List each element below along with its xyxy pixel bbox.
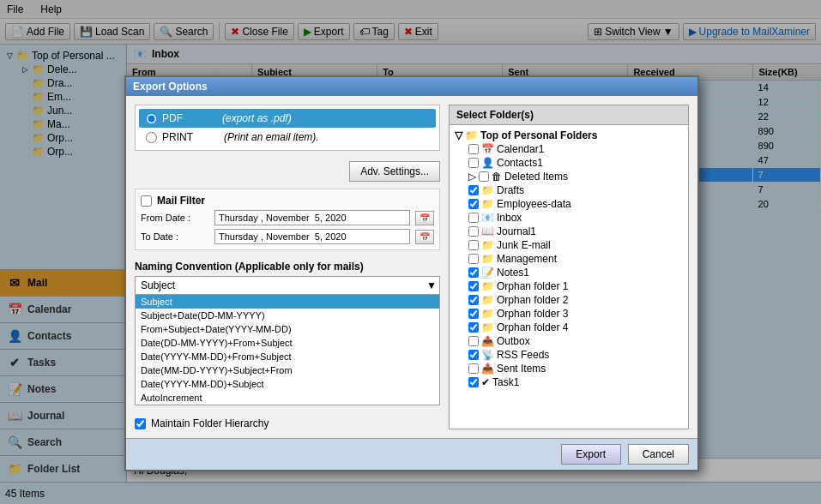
deleted-expand-icon[interactable]: ▷ xyxy=(468,171,476,183)
pdf-label: PDF xyxy=(162,112,183,124)
root-label: Top of Personal Folders xyxy=(480,129,597,141)
folder-tree-item-junk[interactable]: 📁 Junk E-mail xyxy=(467,238,685,252)
folder-tree-children: 📅 Calendar1 👤 Contacts1 ▷ 🗑 Del xyxy=(453,142,685,389)
orphan4-checkbox[interactable] xyxy=(468,322,479,333)
from-date-label: From Date : xyxy=(141,213,209,223)
orphan3-checkbox[interactable] xyxy=(468,309,479,319)
folder-tree-item-employees[interactable]: 📁 Employees-data xyxy=(467,197,685,211)
pdf-option[interactable]: PDF (export as .pdf) xyxy=(139,109,436,128)
junk-checkbox[interactable] xyxy=(468,240,479,250)
modal-footer: Export Cancel xyxy=(126,438,697,470)
mail-filter-checkbox[interactable] xyxy=(141,195,152,207)
naming-list-item-2[interactable]: Date(DD-MM-YYYY)+From+Subject xyxy=(136,336,439,350)
orphan1-label: Orphan folder 1 xyxy=(497,280,568,292)
orphan2-checkbox[interactable] xyxy=(468,295,479,305)
folder-tree-item-management[interactable]: 📁 Management xyxy=(467,252,685,266)
folder-tree-item-task1[interactable]: ✔ Task1 xyxy=(467,375,685,389)
export-type-section: PDF (export as .pdf) PRINT (Print an ema… xyxy=(135,105,440,151)
naming-list-item-1[interactable]: From+Subject+Date(YYYY-MM-DD) xyxy=(136,322,439,336)
outbox-label: Outbox xyxy=(497,335,530,347)
calendar1-label: Calendar1 xyxy=(497,143,544,155)
sent-label: Sent Items xyxy=(497,363,546,375)
rss-icon: 📡 xyxy=(481,349,494,361)
employees-checkbox[interactable] xyxy=(468,199,479,209)
folder-tree-item-inbox[interactable]: 📧 Inbox xyxy=(467,211,685,225)
naming-dropdown-list: Subject Subject+Date(DD-MM-YYYY) From+Su… xyxy=(135,295,440,405)
folder-tree-item-outbox[interactable]: 📤 Outbox xyxy=(467,334,685,348)
modal-body: PDF (export as .pdf) PRINT (Print an ema… xyxy=(126,96,697,438)
naming-list-item-5[interactable]: Date(YYYY-MM-DD)+Subject xyxy=(136,377,439,391)
root-folder-icon: 📁 xyxy=(465,129,478,141)
folder-tree-item-sent[interactable]: 📤 Sent Items xyxy=(467,362,685,375)
sent-checkbox[interactable] xyxy=(468,363,479,374)
maintain-hierarchy-row: Maintain Folder Hierarchy xyxy=(135,417,440,429)
task1-checkbox[interactable] xyxy=(468,377,479,387)
outbox-checkbox[interactable] xyxy=(468,336,479,346)
drafts-checkbox[interactable] xyxy=(468,185,479,195)
folder-tree-item-orphan1[interactable]: 📁 Orphan folder 1 xyxy=(467,279,685,293)
adv-settings-button[interactable]: Adv. Settings... xyxy=(349,161,440,182)
folder-tree-item-orphan3[interactable]: 📁 Orphan folder 3 xyxy=(467,307,685,321)
pdf-radio[interactable] xyxy=(146,113,157,124)
management-icon: 📁 xyxy=(481,253,494,265)
root-expand-icon: ▽ xyxy=(455,129,462,141)
naming-dropdown-wrapper: Subject ▼ xyxy=(135,276,440,295)
maintain-hierarchy-label: Maintain Folder Hierarchy xyxy=(151,417,269,429)
naming-list-item-4[interactable]: Date(MM-DD-YYYY)+Subject+From xyxy=(136,363,439,377)
inbox-folder-label: Inbox xyxy=(497,212,522,224)
folder-tree-item-deleted[interactable]: ▷ 🗑 Deleted Items xyxy=(467,170,685,183)
folder-tree-item-notes1[interactable]: 📝 Notes1 xyxy=(467,266,685,279)
deleted-label: Deleted Items xyxy=(504,171,568,183)
orphan1-icon: 📁 xyxy=(481,280,494,292)
notes1-checkbox[interactable] xyxy=(468,267,479,278)
inbox-checkbox[interactable] xyxy=(468,213,479,223)
orphan4-icon: 📁 xyxy=(481,321,494,333)
print-description: (Print an email item). xyxy=(224,131,319,143)
folder-tree-item-rss[interactable]: 📡 RSS Feeds xyxy=(467,348,685,362)
modal-left-panel: PDF (export as .pdf) PRINT (Print an ema… xyxy=(135,105,440,429)
naming-section-label: Naming Convention (Applicable only for m… xyxy=(135,261,440,273)
mail-filter-label[interactable]: Mail Filter xyxy=(141,195,434,207)
from-date-row: From Date : 📅 xyxy=(141,210,434,225)
orphan2-icon: 📁 xyxy=(481,294,494,306)
folder-tree-panel: Select Folder(s) ▽ 📁 Top of Personal Fol… xyxy=(449,105,689,429)
print-label: PRINT xyxy=(162,131,193,143)
naming-list-item-0[interactable]: Subject+Date(DD-MM-YYYY) xyxy=(136,309,439,322)
cancel-button[interactable]: Cancel xyxy=(628,444,689,465)
rss-checkbox[interactable] xyxy=(468,350,479,360)
notes1-icon: 📝 xyxy=(481,267,494,279)
folder-tree-item-contacts1[interactable]: 👤 Contacts1 xyxy=(467,156,685,170)
maintain-hierarchy-checkbox[interactable] xyxy=(135,418,146,429)
print-radio[interactable] xyxy=(146,132,157,143)
management-label: Management xyxy=(497,253,557,265)
naming-dropdown[interactable]: Subject xyxy=(135,276,440,295)
folder-tree-item-calendar1[interactable]: 📅 Calendar1 xyxy=(467,142,685,156)
naming-list-item-6[interactable]: AutoIncrement xyxy=(136,391,439,405)
naming-list-item-subject[interactable]: Subject xyxy=(136,295,439,309)
folder-tree-item-drafts[interactable]: 📁 Drafts xyxy=(467,183,685,197)
from-date-calendar-button[interactable]: 📅 xyxy=(415,211,434,225)
print-option[interactable]: PRINT (Print an email item). xyxy=(139,128,436,147)
drafts-icon: 📁 xyxy=(481,184,494,196)
contacts1-checkbox[interactable] xyxy=(468,158,479,168)
orphan4-label: Orphan folder 4 xyxy=(497,321,568,333)
calendar1-checkbox[interactable] xyxy=(468,144,479,154)
folder-tree-root-row[interactable]: ▽ 📁 Top of Personal Folders xyxy=(453,129,685,142)
naming-list-item-3[interactable]: Date(YYYY-MM-DD)+From+Subject xyxy=(136,350,439,363)
journal1-checkbox[interactable] xyxy=(468,226,479,237)
deleted-icon: 🗑 xyxy=(492,171,502,183)
folder-tree-item-orphan4[interactable]: 📁 Orphan folder 4 xyxy=(467,321,685,334)
mail-filter-section: Mail Filter From Date : 📅 To Date : 📅 xyxy=(135,189,440,250)
export-confirm-button[interactable]: Export xyxy=(561,444,621,465)
to-date-input[interactable] xyxy=(214,229,410,244)
task1-icon: ✔ xyxy=(481,376,490,388)
folder-tree-item-orphan2[interactable]: 📁 Orphan folder 2 xyxy=(467,293,685,307)
folder-tree-item-journal1[interactable]: 📖 Journal1 xyxy=(467,225,685,238)
folder-tree-header: Select Folder(s) xyxy=(450,105,688,125)
orphan1-checkbox[interactable] xyxy=(468,281,479,291)
to-date-calendar-button[interactable]: 📅 xyxy=(415,230,434,244)
deleted-checkbox[interactable] xyxy=(479,171,489,182)
management-checkbox[interactable] xyxy=(468,254,479,264)
drafts-label: Drafts xyxy=(497,184,524,196)
from-date-input[interactable] xyxy=(214,210,410,225)
